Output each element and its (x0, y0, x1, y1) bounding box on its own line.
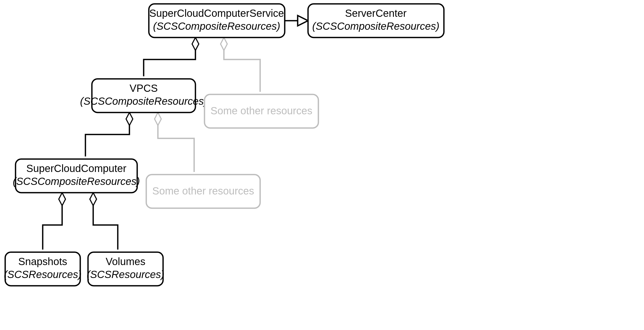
node-subtitle: (SCSResources) (87, 269, 164, 280)
svg-marker-3 (155, 113, 161, 125)
node-vpcs: VPCS (SCSCompositeResources) (80, 79, 207, 113)
svg-marker-0 (192, 38, 199, 50)
edge-vpcs-to-scc (85, 113, 133, 156)
node-subtitle: (SCSCompositeResources) (312, 20, 439, 32)
edge-vpcs-to-other (155, 113, 194, 172)
svg-marker-2 (126, 113, 133, 125)
node-subtitle: (SCSCompositeResources) (80, 95, 207, 107)
svg-marker-5 (90, 193, 97, 206)
node-other-resources-2: Some other resources (146, 175, 260, 208)
node-title: ServerCenter (345, 8, 407, 19)
node-title: SuperCloudComputerService (149, 8, 284, 19)
node-title: Snapshots (18, 256, 67, 267)
svg-marker-4 (59, 193, 65, 206)
node-label: Some other resources (210, 105, 312, 116)
node-subtitle: (SCSCompositeResources) (153, 20, 280, 32)
node-scc: SuperCloudComputer (SCSCompositeResource… (13, 159, 140, 193)
node-scs-service: SuperCloudComputerService (SCSCompositeR… (149, 4, 285, 38)
node-other-resources-1: Some other resources (204, 94, 318, 128)
diagram-canvas: SuperCloudComputerService (SCSCompositeR… (0, 0, 644, 330)
svg-marker-1 (221, 38, 227, 50)
edge-service-to-vpcs (144, 38, 199, 76)
node-title: VPCS (130, 82, 158, 94)
edge-service-to-other (221, 38, 260, 92)
node-server-center: ServerCenter (SCSCompositeResources) (308, 4, 444, 38)
node-title: SuperCloudComputer (26, 163, 127, 174)
node-volumes: Volumes (SCSResources) (87, 252, 164, 286)
node-subtitle: (SCSCompositeResources) (13, 176, 140, 187)
node-snapshots: Snapshots (SCSResources) (4, 252, 82, 286)
arrowhead-icon (298, 16, 308, 26)
node-label: Some other resources (152, 185, 254, 197)
node-title: Volumes (106, 256, 145, 267)
node-subtitle: (SCSResources) (4, 269, 82, 280)
edge-scc-to-snapshots (43, 193, 65, 250)
edge-scc-to-volumes (90, 193, 118, 250)
